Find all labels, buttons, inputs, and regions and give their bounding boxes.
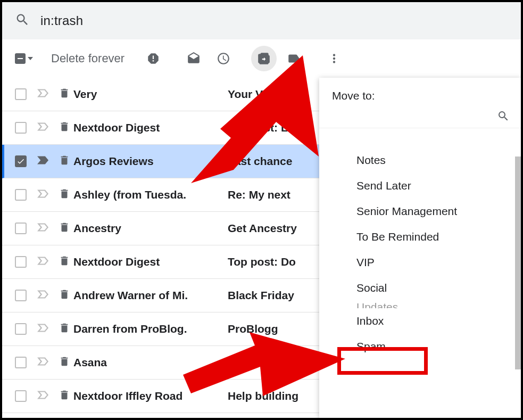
trash-icon — [59, 356, 70, 369]
trash-icon — [59, 87, 70, 101]
move-to-option[interactable]: Inbox — [319, 308, 521, 334]
sender: Asana — [73, 356, 228, 369]
sender: Andrew Warner of Mi. — [73, 289, 228, 302]
move-to-option[interactable]: Spam — [319, 334, 521, 359]
subject: Re: My next — [228, 188, 290, 201]
sender: Darren from ProBlog. — [73, 323, 228, 335]
importance-marker[interactable] — [36, 321, 50, 337]
dropdown-search-input[interactable] — [331, 111, 497, 122]
subject: Black Friday — [228, 289, 294, 302]
trash-icon — [59, 255, 70, 269]
move-to-option[interactable]: To Be Reminded — [319, 224, 521, 250]
row-checkbox[interactable] — [15, 223, 27, 234]
row-checkbox[interactable] — [15, 290, 27, 301]
search-icon[interactable] — [15, 12, 30, 29]
subject: Help building — [228, 390, 298, 402]
move-to-option[interactable]: Social — [319, 275, 521, 301]
row-checkbox[interactable] — [15, 155, 27, 167]
move-to-button[interactable] — [251, 46, 277, 71]
toolbar: Delete forever — [2, 39, 521, 78]
select-all-checkbox[interactable] — [15, 51, 35, 66]
row-checkbox[interactable] — [15, 323, 27, 335]
sender: Nextdoor Iffley Road — [73, 390, 228, 402]
trash-icon — [59, 322, 70, 336]
move-to-dropdown: Move to: NotesSend LaterSenior Managemen… — [319, 78, 521, 418]
trash-icon — [59, 154, 70, 168]
report-spam-button[interactable] — [140, 46, 166, 71]
search-icon — [497, 110, 510, 122]
row-checkbox[interactable] — [15, 256, 27, 268]
trash-icon — [59, 188, 70, 202]
move-to-option[interactable]: VIP — [319, 250, 521, 275]
delete-forever-button[interactable]: Delete forever — [39, 47, 136, 70]
row-checkbox[interactable] — [15, 88, 27, 100]
importance-marker[interactable] — [36, 86, 50, 102]
importance-marker[interactable] — [36, 120, 50, 136]
importance-marker[interactable] — [36, 153, 50, 169]
dropdown-scrollbar[interactable] — [515, 157, 521, 369]
importance-marker[interactable] — [36, 254, 50, 270]
sender: Nextdoor Digest — [73, 256, 228, 268]
search-bar: in:trash — [2, 2, 521, 39]
subject: Last chance — [228, 155, 292, 168]
subject: Top post: Do — [228, 256, 296, 268]
sender: Argos Reviews — [73, 155, 228, 168]
sender: Ashley (from Tuesda. — [73, 188, 228, 201]
row-checkbox[interactable] — [15, 122, 27, 134]
importance-marker[interactable] — [36, 187, 50, 203]
subject: Get Ancestry — [228, 222, 297, 235]
subject: Your Very St — [228, 88, 293, 101]
importance-marker[interactable] — [36, 355, 50, 370]
labels-button[interactable] — [281, 46, 306, 71]
importance-marker[interactable] — [36, 388, 50, 404]
trash-icon — [59, 121, 70, 135]
trash-icon — [59, 221, 70, 235]
move-to-option[interactable]: Senior Management — [319, 199, 521, 224]
row-checkbox[interactable] — [15, 189, 27, 201]
search-input[interactable]: in:trash — [40, 13, 83, 28]
sender: Very — [73, 88, 228, 101]
trash-icon — [59, 289, 70, 302]
more-button[interactable] — [321, 46, 347, 71]
importance-marker[interactable] — [36, 220, 50, 236]
move-to-option[interactable]: Send Later — [319, 173, 521, 199]
move-to-option[interactable]: Updates — [319, 301, 521, 308]
mark-read-button[interactable] — [181, 46, 206, 71]
move-to-option[interactable]: Notes — [319, 147, 521, 173]
caret-down-icon[interactable] — [28, 57, 33, 60]
importance-marker[interactable] — [36, 287, 50, 303]
dropdown-search[interactable] — [319, 108, 521, 128]
row-checkbox[interactable] — [15, 357, 27, 368]
dropdown-title: Move to: — [319, 78, 521, 108]
subject: day — [228, 356, 247, 369]
row-checkbox[interactable] — [15, 390, 27, 402]
trash-icon — [59, 389, 70, 403]
subject: Top post: Lo — [228, 121, 295, 134]
snooze-button[interactable] — [211, 46, 236, 71]
sender: Ancestry — [73, 222, 228, 235]
sender: Nextdoor Digest — [73, 121, 228, 134]
subject: ProBlogg — [228, 323, 278, 335]
